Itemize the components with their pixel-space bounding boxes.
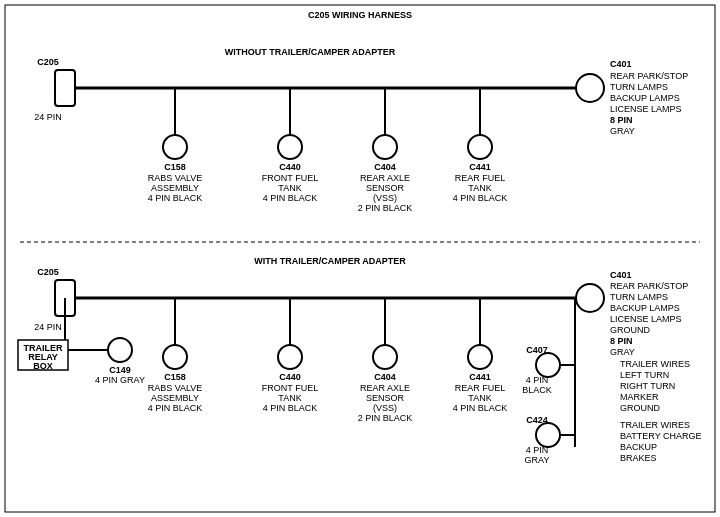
bottom-c407-pin: 4 PIN bbox=[526, 375, 549, 385]
top-c401-desc1: REAR PARK/STOP bbox=[610, 71, 688, 81]
bottom-c441-desc1: REAR FUEL bbox=[455, 383, 506, 393]
top-c401-desc4: LICENSE LAMPS bbox=[610, 104, 682, 114]
top-c441-desc1: REAR FUEL bbox=[455, 173, 506, 183]
top-c440-label: C440 bbox=[279, 162, 301, 172]
bottom-c205-pins: 24 PIN bbox=[34, 322, 62, 332]
bottom-c424-connector bbox=[536, 423, 560, 447]
bottom-c441-connector bbox=[468, 345, 492, 369]
top-c404-desc4: 2 PIN BLACK bbox=[358, 203, 413, 213]
bottom-c149-label: C149 bbox=[109, 365, 131, 375]
top-c401-color: GRAY bbox=[610, 126, 635, 136]
bottom-c401-color: GRAY bbox=[610, 347, 635, 357]
bottom-c424-pin: 4 PIN bbox=[526, 445, 549, 455]
bottom-c401-desc4: LICENSE LAMPS bbox=[610, 314, 682, 324]
bottom-c149-pins: 4 PIN GRAY bbox=[95, 375, 145, 385]
bottom-c401-label: C401 bbox=[610, 270, 632, 280]
bottom-section-label: WITH TRAILER/CAMPER ADAPTER bbox=[254, 256, 406, 266]
bottom-c404-desc4: 2 PIN BLACK bbox=[358, 413, 413, 423]
top-c440-connector bbox=[278, 135, 302, 159]
bottom-c401-pin: 8 PIN bbox=[610, 336, 633, 346]
bottom-c404-connector bbox=[373, 345, 397, 369]
bottom-c401-desc5: GROUND bbox=[610, 325, 650, 335]
trailer-relay-label3: BOX bbox=[33, 361, 53, 371]
bottom-c407-desc1: TRAILER WIRES bbox=[620, 359, 690, 369]
top-c441-connector bbox=[468, 135, 492, 159]
bottom-c424-color: GRAY bbox=[525, 455, 550, 465]
bottom-c401-desc1: REAR PARK/STOP bbox=[610, 281, 688, 291]
top-c158-desc3: 4 PIN BLACK bbox=[148, 193, 203, 203]
bottom-c440-connector bbox=[278, 345, 302, 369]
bottom-c424-desc2: BATTERY CHARGE bbox=[620, 431, 702, 441]
top-section-label: WITHOUT TRAILER/CAMPER ADAPTER bbox=[225, 47, 396, 57]
top-c404-connector bbox=[373, 135, 397, 159]
top-c404-desc2: SENSOR bbox=[366, 183, 405, 193]
bottom-c441-desc2: TANK bbox=[468, 393, 491, 403]
bottom-c440-desc3: 4 PIN BLACK bbox=[263, 403, 318, 413]
top-c205-label: C205 bbox=[37, 57, 59, 67]
top-c158-desc2: ASSEMBLY bbox=[151, 183, 199, 193]
bottom-c404-desc3: (VSS) bbox=[373, 403, 397, 413]
bottom-c407-desc5: GROUND bbox=[620, 403, 660, 413]
top-c401-desc2: TURN LAMPS bbox=[610, 82, 668, 92]
top-c401-label: C401 bbox=[610, 59, 632, 69]
top-c440-desc3: 4 PIN BLACK bbox=[263, 193, 318, 203]
top-c404-label: C404 bbox=[374, 162, 396, 172]
top-left-connector bbox=[55, 70, 75, 106]
bottom-c404-desc1: REAR AXLE bbox=[360, 383, 410, 393]
top-right-connector bbox=[576, 74, 604, 102]
top-c158-label: C158 bbox=[164, 162, 186, 172]
top-c440-desc1: FRONT FUEL bbox=[262, 173, 318, 183]
top-c205-pins: 24 PIN bbox=[34, 112, 62, 122]
bottom-c424-desc4: BRAKES bbox=[620, 453, 657, 463]
bottom-c149-connector bbox=[108, 338, 132, 362]
bottom-c440-desc2: TANK bbox=[278, 393, 301, 403]
bottom-c158-label: C158 bbox=[164, 372, 186, 382]
top-c441-label: C441 bbox=[469, 162, 491, 172]
bottom-c401-desc3: BACKUP LAMPS bbox=[610, 303, 680, 313]
bottom-c158-desc3: 4 PIN BLACK bbox=[148, 403, 203, 413]
bottom-c441-desc3: 4 PIN BLACK bbox=[453, 403, 508, 413]
bottom-c407-color: BLACK bbox=[522, 385, 552, 395]
bottom-c407-desc3: RIGHT TURN bbox=[620, 381, 675, 391]
bottom-c407-connector bbox=[536, 353, 560, 377]
bottom-c158-desc1: RABS VALVE bbox=[148, 383, 203, 393]
bottom-c424-desc3: BACKUP bbox=[620, 442, 657, 452]
top-c401-desc3: BACKUP LAMPS bbox=[610, 93, 680, 103]
bottom-c440-desc1: FRONT FUEL bbox=[262, 383, 318, 393]
bottom-c440-label: C440 bbox=[279, 372, 301, 382]
bottom-right-connector bbox=[576, 284, 604, 312]
bottom-c158-connector bbox=[163, 345, 187, 369]
top-c401-pin: 8 PIN bbox=[610, 115, 633, 125]
bottom-c424-desc1: TRAILER WIRES bbox=[620, 420, 690, 430]
bottom-c404-label: C404 bbox=[374, 372, 396, 382]
top-c404-desc3: (VSS) bbox=[373, 193, 397, 203]
top-c441-desc3: 4 PIN BLACK bbox=[453, 193, 508, 203]
bottom-c404-desc2: SENSOR bbox=[366, 393, 405, 403]
top-c440-desc2: TANK bbox=[278, 183, 301, 193]
bottom-c407-desc2: LEFT TURN bbox=[620, 370, 669, 380]
bottom-c407-desc4: MARKER bbox=[620, 392, 659, 402]
bottom-c424-label: C424 bbox=[526, 415, 548, 425]
top-c158-connector bbox=[163, 135, 187, 159]
top-c441-desc2: TANK bbox=[468, 183, 491, 193]
bottom-c407-label: C407 bbox=[526, 345, 548, 355]
bottom-c158-desc2: ASSEMBLY bbox=[151, 393, 199, 403]
top-c404-desc1: REAR AXLE bbox=[360, 173, 410, 183]
wiring-diagram: C205 WIRING HARNESS WITHOUT TRAILER/CAMP… bbox=[0, 0, 720, 517]
bottom-c441-label: C441 bbox=[469, 372, 491, 382]
bottom-c205-label: C205 bbox=[37, 267, 59, 277]
top-c158-desc1: RABS VALVE bbox=[148, 173, 203, 183]
bottom-c401-desc2: TURN LAMPS bbox=[610, 292, 668, 302]
diagram-title: C205 WIRING HARNESS bbox=[308, 10, 412, 20]
